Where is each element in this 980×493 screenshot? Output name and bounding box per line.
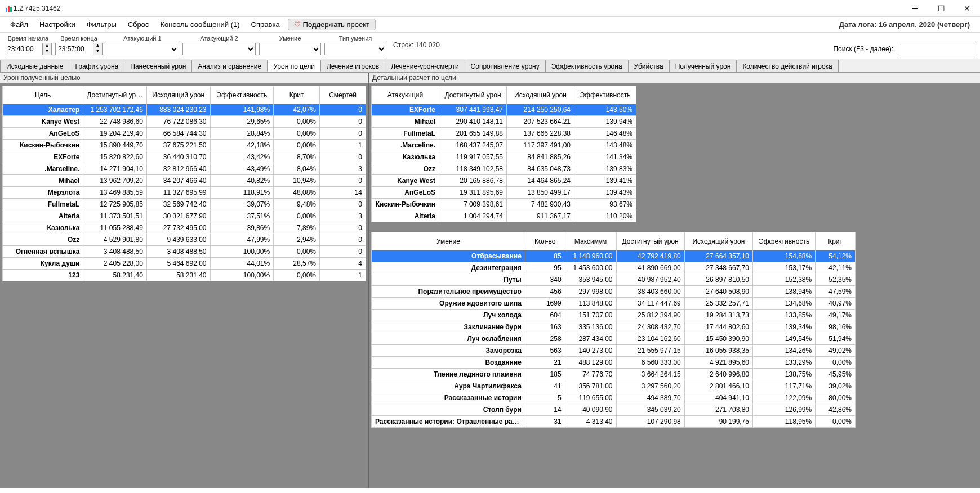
table-row[interactable]: 12358 231,4058 231,40100,00%0,00%1	[3, 270, 366, 281]
table-row[interactable]: Оружие ядовитого шипа1699113 848,0034 11…	[372, 298, 856, 310]
table-row[interactable]: Поразительное преимущество456297 998,003…	[372, 286, 856, 298]
tab-6[interactable]: Лечение-урон-смерти	[385, 60, 465, 72]
table-row[interactable]: Луч холода604151 707,0025 812 394,9019 2…	[372, 310, 856, 321]
row-value: 100,00%	[210, 270, 274, 281]
table-row[interactable]: Alteria1 004 294,74911 367,17110,20%	[372, 210, 636, 222]
col-header[interactable]: Крит	[816, 232, 856, 250]
tab-8[interactable]: Эффективность урона	[545, 60, 629, 72]
table-row[interactable]: Ozz4 529 901,809 439 633,0047,99%2,94%0	[3, 234, 366, 246]
tab-4[interactable]: Урон по цели	[267, 60, 321, 72]
row-value: 122,09%	[753, 392, 816, 404]
col-header[interactable]: Эффективность	[574, 86, 636, 104]
table-row[interactable]: Kanye West20 165 886,7814 464 865,24139,…	[372, 175, 636, 187]
attacker1-label: Атакующий 1	[106, 35, 179, 42]
spin-down-icon[interactable]: ▼	[93, 49, 102, 55]
tab-2[interactable]: Нанесенный урон	[124, 60, 192, 72]
col-header[interactable]: Исходящий урон	[684, 232, 752, 250]
col-header[interactable]: Эффективность	[210, 86, 274, 104]
col-header[interactable]: Умение	[372, 232, 525, 250]
table-row[interactable]: EXForte15 820 822,6036 440 310,7043,42%8…	[3, 151, 366, 163]
spin-down-icon[interactable]: ▼	[42, 49, 51, 55]
table-row[interactable]: Огненная вспышка3 408 488,503 408 488,50…	[3, 246, 366, 258]
search-input[interactable]	[897, 43, 975, 55]
table-row[interactable]: Ozz118 349 102,5884 635 048,73139,83%	[372, 163, 636, 175]
table-row[interactable]: Mihael13 962 709,2034 207 466,4040,82%10…	[3, 175, 366, 187]
tab-10[interactable]: Полученный урон	[669, 60, 737, 72]
col-header[interactable]: Достигнутый урон	[439, 86, 507, 104]
table-row[interactable]: Халастер1 253 702 172,46883 024 230,2314…	[3, 104, 366, 116]
table-row[interactable]: Луч ослабления258287 434,0023 104 162,60…	[372, 333, 856, 345]
table-row[interactable]: Кискин-Рыбочкин15 890 449,7037 675 221,5…	[3, 140, 366, 151]
col-header[interactable]: Исходящий урон	[146, 86, 210, 104]
table-row[interactable]: Заморозка563140 273,0021 555 977,1516 05…	[372, 345, 856, 357]
col-header[interactable]: Достигнутый урон	[83, 86, 147, 104]
table-row[interactable]: .Marceline.168 437 245,07117 397 491,001…	[372, 140, 636, 151]
support-button[interactable]: ♡ Поддержать проект	[288, 19, 376, 30]
tab-9[interactable]: Убийства	[628, 60, 670, 72]
table-row[interactable]: Столп бури1440 090,90345 039,20271 703,8…	[372, 404, 856, 416]
table-row[interactable]: EXForte307 441 993,47214 250 250,64143,5…	[372, 104, 636, 116]
table-row[interactable]: Кискин-Рыбочкин7 009 398,617 482 930,439…	[372, 199, 636, 210]
table-row[interactable]: .Marceline.14 271 904,1032 812 966,4043,…	[3, 163, 366, 175]
table-row[interactable]: Тление ледяного пламени18574 776,703 664…	[372, 369, 856, 380]
close-button[interactable]: ✕	[954, 0, 980, 17]
table-row[interactable]: Alteria11 373 501,5130 321 677,9037,51%0…	[3, 210, 366, 222]
table-row[interactable]: FullmetaL201 655 149,88137 666 228,38146…	[372, 128, 636, 140]
maximize-button[interactable]: ☐	[928, 0, 954, 17]
row-value: 118,95%	[753, 416, 816, 428]
attacker1-combo[interactable]	[106, 43, 179, 55]
table-row[interactable]: Путы340353 945,0040 987 952,4026 897 810…	[372, 274, 856, 286]
table-row[interactable]: Воздаяние21488 129,006 560 333,004 921 8…	[372, 357, 856, 369]
table-row[interactable]: Отбрасывание851 148 960,0042 792 419,802…	[372, 250, 856, 262]
table-row[interactable]: Казюлька11 055 288,4927 732 495,0039,86%…	[3, 222, 366, 234]
row-value: 119 917 057,55	[439, 151, 507, 163]
table-row[interactable]: Казюлька119 917 057,5584 841 885,26141,3…	[372, 151, 636, 163]
table-row[interactable]: Mihael290 410 148,11207 523 664,21139,94…	[372, 116, 636, 128]
tab-1[interactable]: График урона	[69, 60, 124, 72]
start-time-input[interactable]: ▲▼	[5, 43, 52, 55]
row-value: 76 722 086,30	[146, 116, 210, 128]
row-value: 43,49%	[210, 163, 274, 175]
col-header[interactable]: Кол-во	[525, 232, 565, 250]
skilltype-combo[interactable]	[324, 43, 386, 55]
table-row[interactable]: Мерзлота13 469 885,5911 327 695,99118,91…	[3, 187, 366, 199]
table-row[interactable]: Аура Чартилифакса41356 781,003 297 560,2…	[372, 380, 856, 392]
tab-3[interactable]: Анализ и сравнение	[191, 60, 268, 72]
row-value: 15 450 390,90	[684, 333, 752, 345]
menu-file[interactable]: Файл	[5, 18, 34, 31]
col-header[interactable]: Смертей	[320, 86, 366, 104]
table-row[interactable]: Рассказанные истории5119 655,00494 389,7…	[372, 392, 856, 404]
menu-help[interactable]: Справка	[246, 18, 286, 31]
table-row[interactable]: AnGeLoS19 311 895,6913 850 499,17139,43%	[372, 187, 636, 199]
tab-0[interactable]: Исходные данные	[0, 60, 69, 72]
table-row[interactable]: Кукла души2 405 228,005 464 692,0044,01%…	[3, 258, 366, 270]
tab-11[interactable]: Количество действий игрока	[736, 60, 838, 72]
table-row[interactable]: Kanye West22 748 986,6076 722 086,3029,6…	[3, 116, 366, 128]
col-header[interactable]: Цель	[3, 86, 83, 104]
skill-table[interactable]: УмениеКол-воМаксимумДостигнутый уронИсхо…	[371, 232, 856, 428]
attacker-table[interactable]: АтакующийДостигнутый уронИсходящий уронЭ…	[371, 86, 636, 222]
row-value: 258	[525, 333, 565, 345]
skill-combo[interactable]	[259, 43, 321, 55]
col-header[interactable]: Эффективность	[753, 232, 816, 250]
tab-5[interactable]: Лечение игроков	[320, 60, 385, 72]
table-row[interactable]: Дезинтеграция951 453 600,0041 890 669,00…	[372, 262, 856, 274]
minimize-button[interactable]: ─	[902, 0, 928, 17]
col-header[interactable]: Максимум	[565, 232, 616, 250]
tab-7[interactable]: Сопротивление урону	[465, 60, 546, 72]
table-row[interactable]: FullmetaL12 725 905,8532 569 742,4039,07…	[3, 199, 366, 210]
menu-filters[interactable]: Фильтры	[81, 18, 122, 31]
col-header[interactable]: Крит	[274, 86, 320, 104]
col-header[interactable]: Исходящий урон	[507, 86, 574, 104]
menu-reset[interactable]: Сброс	[122, 18, 155, 31]
menu-console[interactable]: Консоль сообщений (1)	[155, 18, 246, 31]
table-row[interactable]: AnGeLoS19 204 219,4066 584 744,3028,84%0…	[3, 128, 366, 140]
table-row[interactable]: Рассказанные истории: Отравленные расска…	[372, 416, 856, 428]
table-row[interactable]: Заклинание бури163335 136,0024 308 432,7…	[372, 321, 856, 333]
target-damage-table[interactable]: ЦельДостигнутый уронИсходящий уронЭффект…	[2, 86, 366, 281]
col-header[interactable]: Атакующий	[372, 86, 439, 104]
menu-settings[interactable]: Настройки	[34, 18, 81, 31]
attacker2-combo[interactable]	[182, 43, 256, 55]
end-time-input[interactable]: ▲▼	[55, 43, 103, 55]
col-header[interactable]: Достигнутый урон	[616, 232, 684, 250]
